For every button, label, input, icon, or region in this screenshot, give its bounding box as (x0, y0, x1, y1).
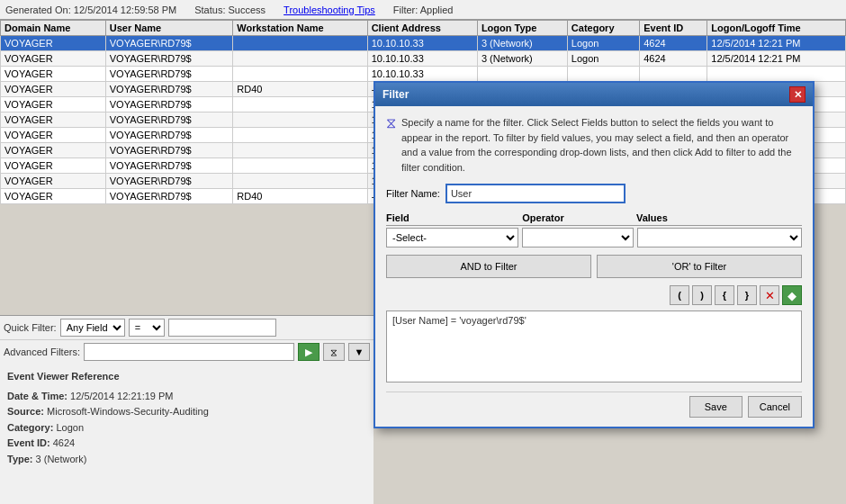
filter-expression-box: [User Name] = 'voyager\rd79$' (386, 310, 802, 382)
dialog-body: ⧖ Specify a name for the filter. Click S… (375, 106, 813, 427)
advanced-filter-icon-button[interactable]: ⧖ (323, 343, 345, 361)
table-row[interactable]: VOYAGERVOYAGER\RD79$10.10.10.33 (1, 67, 846, 82)
dialog-description-row: ⧖ Specify a name for the filter. Click S… (386, 115, 802, 184)
table-cell: VOYAGER\RD79$ (105, 158, 233, 174)
table-cell: VOYAGER (1, 174, 106, 189)
table-cell (707, 67, 846, 82)
col-time: Logon/Logoff Time (707, 21, 846, 36)
advanced-filter-extra-button[interactable]: ▼ (348, 343, 370, 361)
table-cell: VOYAGER\RD79$ (105, 174, 233, 189)
table-cell: Logon (567, 36, 639, 51)
generated-on-text: Generated On: (5, 4, 71, 15)
top-bar: Generated On: 12/5/2014 12:59:58 PM Stat… (0, 0, 846, 20)
generated-on-label: Generated On: 12/5/2014 12:59:58 PM (5, 4, 176, 15)
field-dropdown[interactable]: -Select- (386, 228, 518, 248)
table-row[interactable]: VOYAGERVOYAGER\RD79$10.10.10.333 (Networ… (1, 51, 846, 67)
dialog-titlebar: Filter ✕ (375, 83, 813, 106)
table-cell: VOYAGER (1, 143, 106, 158)
table-cell: VOYAGER (1, 67, 106, 82)
source-value: Microsoft-Windows-Security-Auditing (47, 406, 209, 417)
status-value: Success (229, 4, 266, 15)
logic-buttons-row: ( ) { } ✕ ◆ (386, 285, 802, 305)
status-label: Status: Success (194, 4, 266, 15)
values-dropdown[interactable] (637, 228, 802, 248)
paren-close-button[interactable]: ) (692, 285, 712, 305)
table-row[interactable]: VOYAGERVOYAGER\RD79$10.10.10.333 (Networ… (1, 36, 846, 51)
table-cell: VOYAGER\RD79$ (105, 97, 233, 112)
table-cell: 3 (Network) (477, 51, 567, 67)
table-cell: VOYAGER\RD79$ (105, 67, 233, 82)
table-cell (233, 174, 367, 189)
dialog-bottom-buttons: Save Cancel (386, 392, 802, 418)
table-cell (233, 158, 367, 174)
filter-name-row: Filter Name: (386, 184, 802, 203)
quick-filter-label: Quick Filter: (4, 322, 57, 333)
and-filter-button[interactable]: AND to Filter (386, 255, 591, 278)
paren-open-button[interactable]: ( (670, 285, 689, 305)
col-client: Client Address (367, 21, 477, 36)
col-category: Category (567, 21, 639, 36)
quick-filter-field-select[interactable]: Any Field (60, 319, 125, 337)
save-button[interactable]: Save (689, 396, 742, 418)
cancel-button[interactable]: Cancel (748, 396, 802, 418)
filter-applied-label: Filter: Applied (393, 4, 454, 15)
col-workstation: Workstation Name (233, 21, 367, 36)
table-cell: VOYAGER (1, 112, 106, 128)
advanced-filter-go-button[interactable]: ▶ (298, 343, 320, 361)
filter-name-label: Filter Name: (386, 188, 440, 199)
table-cell: VOYAGER\RD79$ (105, 36, 233, 51)
table-cell: RD40 (233, 189, 367, 204)
advanced-filter-label: Advanced Filters: (4, 346, 80, 357)
quick-filter-operator-select[interactable]: = (129, 319, 165, 337)
table-cell: 12/5/2014 12:21 PM (707, 36, 846, 51)
operator-col-label: Operator (522, 212, 633, 223)
event-type: Type: 3 (Network) (7, 452, 366, 468)
clear-conditions-button[interactable]: ◆ (782, 285, 802, 305)
table-cell (567, 67, 639, 82)
event-datetime: Date & Time: 12/5/2014 12:21:19 PM (7, 389, 366, 405)
event-id-row: Event ID: 4624 (7, 436, 366, 452)
table-cell: VOYAGER\RD79$ (105, 128, 233, 143)
or-filter-button[interactable]: 'OR' to Filter (597, 255, 802, 278)
category-label: Category: (7, 422, 53, 433)
table-cell (640, 67, 707, 82)
table-cell: VOYAGER\RD79$ (105, 189, 233, 204)
dialog-close-button[interactable]: ✕ (789, 86, 806, 103)
troubleshooting-link[interactable]: Troubleshooting Tips (284, 4, 375, 15)
table-cell: RD40 (233, 82, 367, 97)
filter-name-input[interactable] (446, 184, 626, 203)
col-user: User Name (105, 21, 233, 36)
table-cell: 4624 (640, 36, 707, 51)
status-text: Status: (194, 4, 225, 15)
datetime-value: 12/5/2014 12:21:19 PM (70, 391, 173, 401)
curly-close-button[interactable]: } (737, 285, 757, 305)
dialog-title: Filter (382, 88, 409, 101)
quick-filter-value-input[interactable] (168, 319, 276, 337)
source-label: Source: (7, 406, 44, 417)
col-domain: Domain Name (1, 21, 106, 36)
event-id-value: 4624 (53, 437, 75, 448)
table-cell: Logon (567, 51, 639, 67)
field-dropdowns-row: -Select- (386, 228, 802, 248)
table-cell (233, 143, 367, 158)
table-cell: 10.10.10.33 (367, 51, 477, 67)
delete-condition-button[interactable]: ✕ (760, 285, 779, 305)
table-cell (233, 128, 367, 143)
table-cell: VOYAGER (1, 189, 106, 204)
table-cell: VOYAGER (1, 82, 106, 97)
table-cell: VOYAGER\RD79$ (105, 112, 233, 128)
table-cell: VOYAGER\RD79$ (105, 143, 233, 158)
col-logon-type: Logon Type (477, 21, 567, 36)
add-filter-row: AND to Filter 'OR' to Filter (386, 255, 802, 278)
table-header-row: Domain Name User Name Workstation Name C… (1, 21, 846, 36)
curly-open-button[interactable]: { (715, 285, 734, 305)
values-col-label: Values (636, 212, 802, 223)
table-cell: VOYAGER\RD79$ (105, 82, 233, 97)
table-cell: VOYAGER (1, 128, 106, 143)
table-cell (233, 51, 367, 67)
type-value: 3 (Network) (36, 454, 87, 464)
advanced-filter-input[interactable]: User (84, 343, 294, 361)
type-label: Type: (7, 454, 33, 464)
operator-dropdown[interactable] (522, 228, 634, 248)
table-cell (477, 67, 567, 82)
